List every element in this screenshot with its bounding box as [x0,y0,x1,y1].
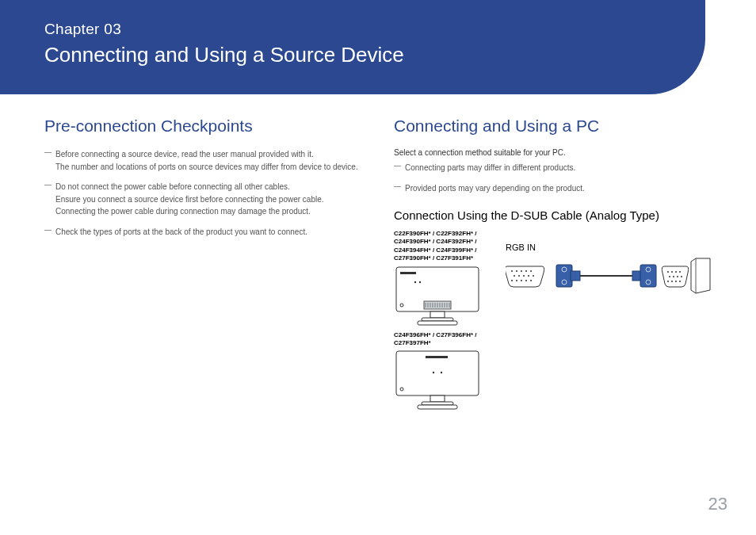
dsub-subheading: Connection Using the D-SUB Cable (Analog… [394,208,712,222]
svg-point-40 [521,280,522,281]
svg-point-2 [414,281,416,282]
checkpoint-item: Check the types of ports at the back of … [44,226,362,239]
right-column: Connecting and Using a PC Select a conne… [394,117,712,411]
svg-rect-25 [430,396,445,402]
svg-point-37 [533,275,534,277]
svg-point-52 [667,271,669,273]
svg-point-3 [419,281,421,282]
svg-rect-27 [418,405,457,409]
svg-point-63 [679,281,681,282]
svg-point-53 [671,271,673,273]
svg-point-23 [441,372,442,373]
svg-rect-19 [418,321,457,325]
svg-point-54 [675,271,677,273]
svg-point-38 [511,280,513,281]
svg-rect-17 [430,311,445,318]
svg-point-61 [671,281,673,282]
monitor-back-icon [394,265,481,327]
svg-rect-44 [571,271,580,281]
svg-point-28 [511,270,513,272]
svg-point-31 [525,270,527,272]
connecting-pc-heading: Connecting and Using a PC [394,117,712,136]
svg-point-57 [673,276,674,277]
svg-rect-49 [640,265,656,287]
preconnection-heading: Pre-connection Checkpoints [44,117,362,136]
svg-point-60 [667,281,669,282]
svg-point-56 [669,276,670,277]
svg-point-59 [681,276,682,277]
checkpoint-item: Before connecting a source device, read … [44,148,362,173]
note-item: Connecting parts may differ in different… [394,162,712,174]
svg-rect-26 [422,402,453,405]
svg-point-30 [521,270,522,272]
svg-point-35 [523,275,525,277]
diagram-row: C22F390FH* / C22F392FH* / C24F390FH* / C… [394,230,712,411]
svg-point-39 [516,280,517,281]
dsub-cable-icon [506,254,712,301]
svg-rect-1 [400,272,416,274]
models-list-top: C22F390FH* / C22F392FH* / C24F390FH* / C… [394,230,496,263]
port-label: RGB IN [506,243,712,252]
cable-diagram: RGB IN [506,230,712,304]
chapter-number: Chapter 03 [44,21,661,38]
svg-point-34 [518,275,520,277]
content-columns: Pre-connection Checkpoints Before connec… [0,94,756,411]
chapter-title: Connecting and Using a Source Device [44,43,661,67]
note-item: Provided ports may vary depending on the… [394,182,712,195]
svg-point-32 [530,270,532,272]
svg-point-33 [514,275,515,277]
svg-rect-18 [422,318,453,321]
svg-point-42 [530,280,532,281]
left-column: Pre-connection Checkpoints Before connec… [44,117,362,411]
chapter-banner: Chapter 03 Connecting and Using a Source… [0,0,705,94]
svg-point-58 [677,276,678,277]
page-number: 23 [708,494,727,514]
monitor-diagrams-column: C22F390FH* / C22F392FH* / C24F390FH* / C… [394,230,496,411]
monitor-back-icon [394,349,481,411]
svg-point-55 [679,271,681,273]
svg-rect-43 [556,265,572,287]
intro-text: Select a connection method suitable for … [394,148,712,157]
svg-point-62 [675,281,677,282]
svg-point-36 [528,275,529,277]
checkpoint-item: Do not connect the power cable before co… [44,181,362,218]
models-list-bottom: C24F396FH* / C27F396FH* / C27F397FH* [394,331,496,348]
svg-point-29 [516,270,517,272]
svg-rect-21 [426,356,448,358]
svg-point-41 [525,280,527,281]
svg-point-22 [433,372,434,373]
